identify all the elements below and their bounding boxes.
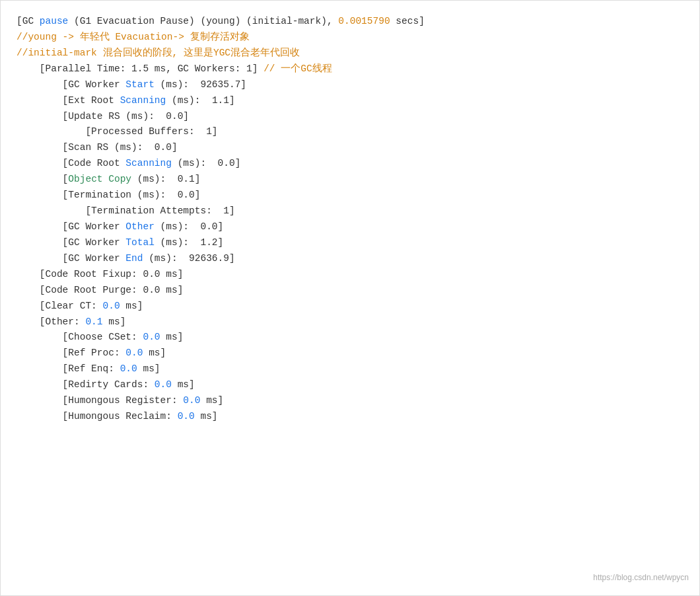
code-line: [Code Root Fixup: 0.0 ms] bbox=[17, 267, 683, 283]
code-segment: (ms): 1.2] bbox=[155, 237, 223, 248]
code-line: [Humongous Register: 0.0 ms] bbox=[17, 393, 683, 409]
code-segment: [GC Worker bbox=[17, 221, 125, 232]
code-segment: [Ref Proc: bbox=[17, 348, 125, 358]
code-segment: [Choose CSet: bbox=[17, 332, 143, 342]
code-segment: (ms): 1.1] bbox=[166, 95, 234, 106]
code-segment: [Humongous Register: bbox=[17, 395, 183, 406]
code-segment: 0.0 bbox=[143, 332, 160, 342]
code-segment: [Termination Attempts: 1] bbox=[17, 205, 235, 216]
code-segment: Other bbox=[125, 221, 155, 232]
code-segment: End bbox=[125, 253, 143, 264]
code-segment: [Scan RS (ms): 0.0] bbox=[17, 142, 178, 153]
code-segment: ms] bbox=[160, 332, 184, 342]
code-line: [GC Worker Other (ms): 0.0] bbox=[17, 219, 683, 235]
code-segment: [GC Worker bbox=[17, 79, 125, 90]
code-segment: secs] bbox=[390, 16, 425, 26]
code-lines: [GC pause (G1 Evacuation Pause) (young) … bbox=[17, 14, 683, 425]
code-segment: ms] bbox=[195, 411, 218, 422]
code-line: [Choose CSet: 0.0 ms] bbox=[17, 330, 683, 346]
code-segment: 0.0 bbox=[103, 301, 120, 311]
code-segment: [Other: bbox=[17, 317, 85, 327]
code-line: [Parallel Time: 1.5 ms, GC Workers: 1] /… bbox=[17, 61, 683, 77]
code-segment: [Code Root Purge: 0.0 ms] bbox=[17, 285, 183, 295]
code-line: [Object Copy (ms): 0.1] bbox=[17, 172, 683, 188]
code-segment: [GC Worker bbox=[17, 253, 125, 264]
code-segment: [Parallel Time: 1.5 ms, GC Workers: 1] bbox=[17, 63, 263, 74]
code-block: [GC pause (G1 Evacuation Pause) (young) … bbox=[0, 0, 700, 596]
code-segment: ms] bbox=[103, 317, 126, 327]
code-line: [Code Root Scanning (ms): 0.0] bbox=[17, 156, 683, 172]
code-segment: ms] bbox=[200, 395, 223, 406]
watermark: https://blog.csdn.net/wpycn bbox=[593, 572, 689, 585]
code-segment: //initial-mark 混合回收的阶段, 这里是YGC混合老年代回收 bbox=[17, 48, 300, 58]
code-segment: Scanning bbox=[120, 95, 166, 106]
code-segment: (ms): 0.0] bbox=[172, 158, 240, 168]
code-line: [GC pause (G1 Evacuation Pause) (young) … bbox=[17, 14, 683, 30]
code-segment: (ms): 92635.7] bbox=[155, 79, 246, 90]
code-segment: // 一个GC线程 bbox=[263, 63, 332, 74]
code-line: [Redirty Cards: 0.0 ms] bbox=[17, 377, 683, 393]
code-segment: 0.0 bbox=[183, 395, 200, 406]
code-segment: 0.0015790 bbox=[338, 16, 390, 26]
code-segment: [Code Root Fixup: 0.0 ms] bbox=[17, 269, 183, 279]
code-segment: [Code Root bbox=[17, 158, 125, 168]
code-segment: Scanning bbox=[125, 158, 172, 168]
code-segment: //young -> 年轻代 Evacuation-> 复制存活对象 bbox=[17, 32, 250, 42]
code-segment: 0.0 bbox=[125, 348, 143, 358]
code-segment: [Update RS (ms): 0.0] bbox=[17, 111, 189, 122]
code-line: [Ref Enq: 0.0 ms] bbox=[17, 361, 683, 377]
code-segment: ms] bbox=[143, 348, 166, 358]
code-segment: [ bbox=[17, 174, 68, 184]
code-segment: Start bbox=[125, 79, 155, 90]
code-segment: [Humongous Reclaim: bbox=[17, 411, 178, 422]
code-segment: Total bbox=[125, 237, 155, 248]
code-line: [Termination Attempts: 1] bbox=[17, 204, 683, 219]
code-segment: [GC Worker bbox=[17, 237, 125, 248]
code-segment: [GC bbox=[17, 16, 40, 26]
code-segment: [Ref Enq: bbox=[17, 363, 120, 374]
code-line: [Humongous Reclaim: 0.0 ms] bbox=[17, 409, 683, 425]
code-segment: ms] bbox=[120, 301, 143, 311]
code-line: [Processed Buffers: 1] bbox=[17, 124, 683, 140]
code-segment: (ms): 0.1] bbox=[131, 174, 200, 184]
code-segment: [Termination (ms): 0.0] bbox=[17, 190, 200, 200]
code-line: [GC Worker End (ms): 92636.9] bbox=[17, 251, 683, 267]
code-line: [Other: 0.1 ms] bbox=[17, 315, 683, 330]
code-segment: (ms): 92636.9] bbox=[143, 253, 234, 264]
code-segment: 0.0 bbox=[120, 363, 137, 374]
code-line: [Clear CT: 0.0 ms] bbox=[17, 299, 683, 315]
code-line: [GC Worker Total (ms): 1.2] bbox=[17, 235, 683, 251]
code-line: [Ref Proc: 0.0 ms] bbox=[17, 346, 683, 361]
code-segment: [Ext Root bbox=[17, 95, 120, 106]
code-segment: ms] bbox=[172, 379, 195, 390]
code-segment: [Clear CT: bbox=[17, 301, 103, 311]
code-segment: 0.0 bbox=[155, 379, 172, 390]
code-segment: [Processed Buffers: 1] bbox=[17, 126, 218, 137]
code-segment: 0.1 bbox=[85, 317, 102, 327]
code-line: [Ext Root Scanning (ms): 1.1] bbox=[17, 93, 683, 109]
code-segment: ms] bbox=[137, 363, 160, 374]
code-line: [Code Root Purge: 0.0 ms] bbox=[17, 283, 683, 299]
code-segment: [Redirty Cards: bbox=[17, 379, 155, 390]
code-segment: (ms): 0.0] bbox=[155, 221, 223, 232]
code-line: //initial-mark 混合回收的阶段, 这里是YGC混合老年代回收 bbox=[17, 46, 683, 61]
code-segment: 0.0 bbox=[178, 411, 195, 422]
code-segment: Object Copy bbox=[68, 174, 131, 184]
code-line: [Scan RS (ms): 0.0] bbox=[17, 140, 683, 156]
code-line: [GC Worker Start (ms): 92635.7] bbox=[17, 77, 683, 93]
code-segment: (G1 Evacuation Pause) (young) (initial-m… bbox=[68, 16, 338, 26]
code-segment: pause bbox=[40, 16, 69, 26]
code-line: [Update RS (ms): 0.0] bbox=[17, 109, 683, 125]
code-line: [Termination (ms): 0.0] bbox=[17, 188, 683, 204]
code-line: //young -> 年轻代 Evacuation-> 复制存活对象 bbox=[17, 30, 683, 46]
